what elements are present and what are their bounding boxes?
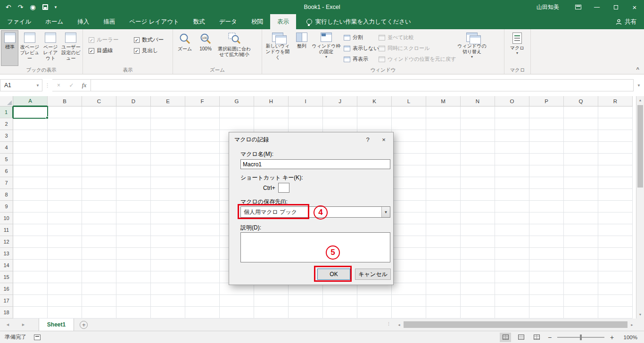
cell-F13[interactable] (185, 248, 220, 260)
ok-button[interactable]: OK (317, 269, 350, 280)
cell-B8[interactable] (48, 189, 82, 201)
cell-C11[interactable] (82, 224, 116, 236)
cell-F3[interactable] (185, 130, 220, 142)
cell-M9[interactable] (426, 201, 461, 212)
cell-D18[interactable] (116, 307, 151, 318)
column-header-N[interactable]: N (461, 96, 495, 106)
cell-L2[interactable] (392, 118, 426, 130)
cell-N6[interactable] (461, 165, 495, 177)
column-header-B[interactable]: B (48, 96, 82, 106)
cell-R10[interactable] (598, 212, 633, 224)
cell-E11[interactable] (151, 224, 185, 236)
cell-O15[interactable] (495, 271, 529, 283)
cell-A16[interactable] (13, 283, 48, 295)
column-header-G[interactable]: G (220, 96, 254, 106)
cell-P9[interactable] (529, 201, 564, 212)
cell-L9[interactable] (392, 201, 426, 212)
row-header-15[interactable]: 15 (0, 271, 13, 283)
cell-O17[interactable] (495, 295, 529, 307)
hide-window-button[interactable]: 表示しない (341, 43, 376, 54)
cell-A1[interactable] (13, 106, 48, 118)
cell-B14[interactable] (48, 260, 82, 271)
cell-F15[interactable] (185, 271, 220, 283)
column-header-M[interactable]: M (426, 96, 461, 106)
cell-Q15[interactable] (564, 271, 598, 283)
cell-R12[interactable] (598, 236, 633, 248)
cell-A6[interactable] (13, 165, 48, 177)
cell-E12[interactable] (151, 236, 185, 248)
combo-dropdown-icon[interactable]: ▼ (381, 207, 390, 217)
cell-A12[interactable] (13, 236, 48, 248)
cell-Q9[interactable] (564, 201, 598, 212)
cell-B5[interactable] (48, 154, 82, 165)
cell-C18[interactable] (82, 307, 116, 318)
cell-F6[interactable] (185, 165, 220, 177)
cell-L5[interactable] (392, 154, 426, 165)
cell-R2[interactable] (598, 118, 633, 130)
scroll-right-icon[interactable]: ► (628, 323, 636, 327)
cell-N17[interactable] (461, 295, 495, 307)
description-input[interactable] (240, 232, 390, 262)
cell-D7[interactable] (116, 177, 151, 189)
page-break-view-shortcut[interactable] (531, 333, 542, 342)
row-header-8[interactable]: 8 (0, 189, 13, 201)
cell-F5[interactable] (185, 154, 220, 165)
reset-window-position-button[interactable]: ウィンドウの位置を元に戻す (376, 54, 456, 65)
shortcut-key-input[interactable] (278, 183, 289, 193)
cell-N9[interactable] (461, 201, 495, 212)
cell-M8[interactable] (426, 189, 461, 201)
ribbon-tab-insert[interactable]: 挿入 (70, 14, 96, 29)
row-header-17[interactable]: 17 (0, 295, 13, 307)
cell-C2[interactable] (82, 118, 116, 130)
cell-L4[interactable] (392, 142, 426, 154)
cell-D2[interactable] (116, 118, 151, 130)
cell-C14[interactable] (82, 260, 116, 271)
cell-G1[interactable] (220, 106, 254, 118)
gridlines-checkbox[interactable]: ✓ 目盛線 (89, 47, 134, 54)
cell-A4[interactable] (13, 142, 48, 154)
cell-B18[interactable] (48, 307, 82, 318)
cell-R11[interactable] (598, 224, 633, 236)
ribbon-tab-view[interactable]: 表示 (270, 14, 296, 29)
cell-J17[interactable] (323, 295, 357, 307)
cell-Q2[interactable] (564, 118, 598, 130)
cell-N8[interactable] (461, 189, 495, 201)
expand-formula-bar-icon[interactable]: ▼ (634, 83, 644, 88)
cell-E5[interactable] (151, 154, 185, 165)
cell-Q18[interactable] (564, 307, 598, 318)
new-sheet-button[interactable]: + (80, 321, 88, 329)
cell-L17[interactable] (392, 295, 426, 307)
cell-E13[interactable] (151, 248, 185, 260)
cell-R9[interactable] (598, 201, 633, 212)
cell-P7[interactable] (529, 177, 564, 189)
cancel-button[interactable]: キャンセル (355, 269, 391, 280)
cell-B12[interactable] (48, 236, 82, 248)
cell-A5[interactable] (13, 154, 48, 165)
cell-E3[interactable] (151, 130, 185, 142)
cell-P14[interactable] (529, 260, 564, 271)
redo-icon[interactable]: ↷ (18, 4, 24, 10)
cell-M15[interactable] (426, 271, 461, 283)
row-header-13[interactable]: 13 (0, 248, 13, 260)
cell-L16[interactable] (392, 283, 426, 295)
formula-bar-handle-icon[interactable]: ⋮ (42, 82, 52, 89)
cell-F9[interactable] (185, 201, 220, 212)
cell-N2[interactable] (461, 118, 495, 130)
cell-Q11[interactable] (564, 224, 598, 236)
ruler-checkbox[interactable]: ✓ ルーラー (89, 36, 134, 43)
cell-E1[interactable] (151, 106, 185, 118)
cell-H2[interactable] (254, 118, 289, 130)
cell-B10[interactable] (48, 212, 82, 224)
zoom-slider-thumb[interactable] (580, 335, 582, 340)
cell-M3[interactable] (426, 130, 461, 142)
cell-D4[interactable] (116, 142, 151, 154)
cell-N4[interactable] (461, 142, 495, 154)
cell-O16[interactable] (495, 283, 529, 295)
maximize-button[interactable] (606, 0, 625, 14)
cell-E18[interactable] (151, 307, 185, 318)
row-header-11[interactable]: 11 (0, 224, 13, 236)
column-header-I[interactable]: I (289, 96, 323, 106)
cell-N12[interactable] (461, 236, 495, 248)
cell-D9[interactable] (116, 201, 151, 212)
cell-M7[interactable] (426, 177, 461, 189)
